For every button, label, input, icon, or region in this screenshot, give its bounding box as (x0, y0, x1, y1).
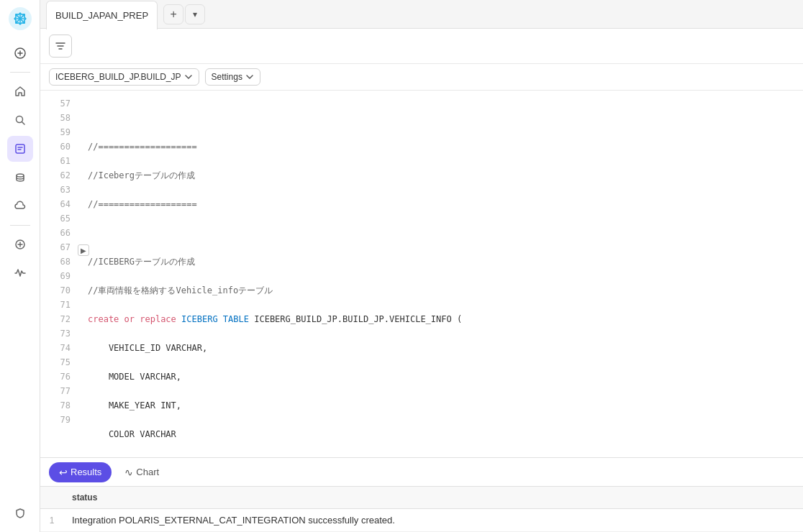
settings-selector[interactable]: Settings (205, 68, 260, 86)
new-tab-button[interactable]: + (163, 4, 183, 24)
results-panel: ↩ Results ∿ Chart status (40, 457, 803, 532)
database-selector[interactable]: ICEBERG_BUILD_JP.BUILD_JP (49, 68, 199, 86)
sidebar-bottom (7, 500, 33, 526)
sidebar-item-worksheets[interactable] (7, 136, 33, 162)
sidebar-item-activity[interactable] (7, 260, 33, 286)
chart-tab-label: Chart (136, 467, 159, 477)
filter-settings-button[interactable] (49, 35, 72, 58)
sidebar (0, 0, 40, 532)
results-tabs: ↩ Results ∿ Chart (40, 458, 803, 487)
settings-label: Settings (212, 72, 242, 82)
sidebar-item-extensions[interactable] (7, 231, 33, 257)
results-tab-chart[interactable]: ∿ Chart (114, 462, 169, 482)
toolbar (40, 29, 803, 64)
line-numbers: 57 58 59 60 61 62 63 64 65 66 67 68 69 7… (40, 91, 76, 457)
database-path: ICEBERG_BUILD_JP.BUILD_JP (55, 72, 181, 82)
code-editor[interactable]: //=================== //Icebergテーブルの作成 /… (76, 91, 803, 457)
sidebar-item-add[interactable] (7, 40, 33, 66)
results-tab-results[interactable]: ↩ Results (49, 462, 112, 482)
col-row-num (40, 487, 63, 509)
sidebar-item-cloud[interactable] (7, 193, 33, 219)
sidebar-divider-2 (10, 225, 30, 226)
tab-actions: + ▾ (163, 4, 205, 24)
tab-bar: BUILD_JAPAN_PREP + ▾ (40, 0, 803, 29)
results-tab-icon: ↩ (59, 467, 68, 478)
tab-build-japan-prep[interactable]: BUILD_JAPAN_PREP (46, 1, 158, 29)
editor-area: ▶ 57 58 59 60 61 62 63 64 65 66 67 68 69… (40, 91, 803, 532)
row-status-1: Integration POLARIS_EXTERNAL_CAT_INTEGRA… (63, 509, 803, 532)
collapse-button[interactable]: ▶ (78, 244, 89, 256)
row-num-1: 1 (40, 509, 63, 532)
sidebar-divider (10, 72, 30, 73)
context-bar: ICEBERG_BUILD_JP.BUILD_JP Settings (40, 64, 803, 91)
results-tab-label: Results (71, 467, 101, 477)
table-row: 1 Integration POLARIS_EXTERNAL_CAT_INTEG… (40, 509, 803, 532)
svg-rect-3 (16, 145, 24, 153)
snowflake-logo (7, 6, 33, 32)
chart-tab-icon: ∿ (124, 467, 133, 478)
main-content: BUILD_JAPAN_PREP + ▾ ICEBERG_BUILD_JP.BU… (40, 0, 803, 532)
results-table: status 1 Integration POLARIS_EXTERNAL_CA… (40, 487, 803, 532)
svg-point-4 (17, 174, 24, 177)
tab-label: BUILD_JAPAN_PREP (55, 10, 148, 21)
sidebar-item-data[interactable] (7, 165, 33, 191)
sidebar-item-security[interactable] (7, 500, 33, 526)
tab-dropdown-button[interactable]: ▾ (185, 4, 205, 24)
sidebar-item-home[interactable] (7, 78, 33, 104)
col-status: status (63, 487, 803, 509)
code-container[interactable]: ▶ 57 58 59 60 61 62 63 64 65 66 67 68 69… (40, 91, 803, 457)
sidebar-item-search[interactable] (7, 107, 33, 133)
